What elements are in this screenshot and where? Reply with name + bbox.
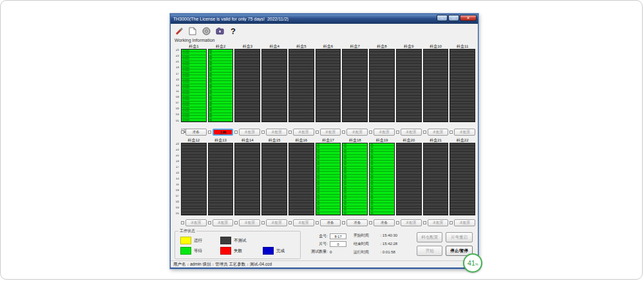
cassette-column[interactable]: 2626262626262626262626262626262626262626…: [316, 143, 341, 215]
cassette-column[interactable]: [450, 49, 475, 122]
start-button[interactable]: 开始: [417, 246, 442, 256]
slot-cell-text: 12345: [182, 113, 206, 116]
cassette-column[interactable]: [289, 143, 314, 215]
cassette-column[interactable]: [208, 143, 234, 215]
cassette-column[interactable]: [261, 49, 287, 122]
slot-button[interactable]: 未配置: [185, 219, 207, 226]
hopper-config-button[interactable]: 料仓配置: [417, 232, 442, 242]
slot-checkbox[interactable]: [208, 221, 211, 224]
slot-checkbox[interactable]: [181, 221, 184, 224]
cassette-column[interactable]: [423, 143, 449, 215]
slot-checkbox[interactable]: [369, 131, 372, 134]
slice-restart-button[interactable]: 片号重启: [446, 232, 473, 242]
slot-checkbox[interactable]: [396, 131, 399, 134]
slot-button[interactable]: 未配置: [266, 129, 287, 136]
cassette-column[interactable]: [261, 143, 287, 215]
wrench-icon[interactable]: [175, 26, 184, 35]
slot-button[interactable]: 未配置: [239, 219, 260, 226]
slot-button[interactable]: 未配置: [346, 129, 368, 136]
slot-checkbox[interactable]: [369, 221, 372, 224]
slot-button[interactable]: 上料: [213, 129, 234, 136]
slot-cell-text: 86: [209, 84, 233, 87]
slot-cell-text: 12345: [182, 73, 206, 75]
slot-button[interactable]: 准备: [320, 219, 341, 226]
field-value-box[interactable]: 0: [330, 241, 346, 247]
cassette-column[interactable]: [289, 49, 314, 122]
slot-checkbox[interactable]: [234, 221, 238, 224]
cassette-column[interactable]: [316, 49, 341, 122]
slot-button[interactable]: 未配置: [320, 129, 341, 136]
cassette-column[interactable]: 2626262626262626262626262626262626262626…: [342, 143, 368, 215]
slot-checkbox[interactable]: [261, 221, 265, 224]
help-icon[interactable]: ?: [229, 26, 238, 35]
slot-checkbox[interactable]: [316, 221, 319, 224]
document-icon[interactable]: [188, 26, 197, 35]
cassette-column[interactable]: 2626262626262626262626262626262626262626…: [369, 143, 395, 215]
slot-cell-text: 26: [343, 167, 367, 169]
slot-cell-text: 26: [343, 212, 367, 215]
cassette-label: 科盒8: [369, 44, 395, 49]
slot-button[interactable]: 未配置: [293, 129, 314, 136]
slot-checkbox[interactable]: [450, 221, 453, 224]
legend-item: 不测试: [220, 235, 263, 246]
slot-checkbox[interactable]: [342, 221, 345, 224]
slot-checkbox[interactable]: [261, 131, 265, 134]
cassette-column[interactable]: [234, 143, 260, 215]
cassette-column[interactable]: [423, 49, 449, 122]
slot-button[interactable]: 准备: [185, 129, 207, 136]
legend-swatch: [263, 247, 274, 255]
cassette-label: 科盒18: [342, 138, 368, 143]
slot-checkbox[interactable]: [181, 131, 184, 134]
slot-cell-text: 26: [316, 177, 341, 180]
slot-checkbox[interactable]: [234, 131, 238, 134]
slot-checkbox[interactable]: [450, 131, 453, 134]
cassette-column[interactable]: [369, 49, 395, 122]
slot-button[interactable]: 未配置: [293, 219, 314, 226]
cassette-column[interactable]: [396, 49, 422, 122]
slot-checkbox[interactable]: [208, 131, 211, 134]
slot-cell-text: 86: [209, 110, 233, 113]
cassette-label: 科盒1: [181, 44, 207, 49]
cassette-column[interactable]: 1234512345123451234512345123451234512345…: [181, 49, 207, 122]
slot-cell-text: 26: [343, 195, 367, 197]
close-button[interactable]: ✕: [460, 15, 477, 21]
slot-checkbox[interactable]: [289, 131, 292, 134]
slot-button[interactable]: 未配置: [401, 219, 422, 226]
maximize-button[interactable]: □: [448, 15, 459, 21]
slot-checkbox[interactable]: [396, 221, 399, 224]
slot-checkbox[interactable]: [289, 221, 292, 224]
slot-checkbox[interactable]: [423, 131, 426, 134]
slot-button[interactable]: 准备: [346, 219, 368, 226]
cassette-column[interactable]: [234, 49, 260, 122]
slot-button[interactable]: 未配置: [213, 219, 234, 226]
slot-button[interactable]: 准备: [374, 219, 395, 226]
percent-value: 41: [468, 259, 475, 267]
cassette-column[interactable]: [450, 143, 475, 215]
cassette-column[interactable]: [396, 143, 422, 215]
slot-button[interactable]: 未配置: [401, 129, 422, 136]
cassette-column[interactable]: 8686868686868686868686868686868686868686…: [208, 49, 234, 122]
slot-button[interactable]: 未配置: [374, 129, 395, 136]
cassette-column[interactable]: [342, 49, 368, 122]
slot-cell-text: 12345: [182, 102, 206, 104]
field-value-box[interactable]: 8-17: [330, 233, 346, 239]
slot-button[interactable]: 未配置: [428, 129, 449, 136]
legend-label: 运行: [194, 238, 202, 244]
legend-swatch: [180, 237, 191, 244]
slot-checkbox[interactable]: [342, 131, 345, 134]
minimize-button[interactable]: –: [437, 15, 448, 21]
slot-button[interactable]: 未配置: [454, 129, 475, 136]
slot-checkbox[interactable]: [316, 131, 319, 134]
disc-icon[interactable]: [202, 26, 211, 35]
slot-cell-text: 86: [209, 107, 233, 110]
legend-item: 运行: [180, 235, 220, 246]
grid1-footnote-row: 12345: [171, 122, 478, 127]
time-row: 结束时间 : 15:42:28: [354, 241, 412, 247]
slot-button[interactable]: 未配置: [454, 219, 475, 226]
camera-icon[interactable]: [215, 26, 224, 35]
slot-button[interactable]: 未配置: [428, 219, 449, 226]
slot-button[interactable]: 未配置: [266, 219, 287, 226]
cassette-column[interactable]: [181, 143, 207, 215]
slot-checkbox[interactable]: [423, 221, 426, 224]
slot-button[interactable]: 未配置: [239, 129, 260, 136]
